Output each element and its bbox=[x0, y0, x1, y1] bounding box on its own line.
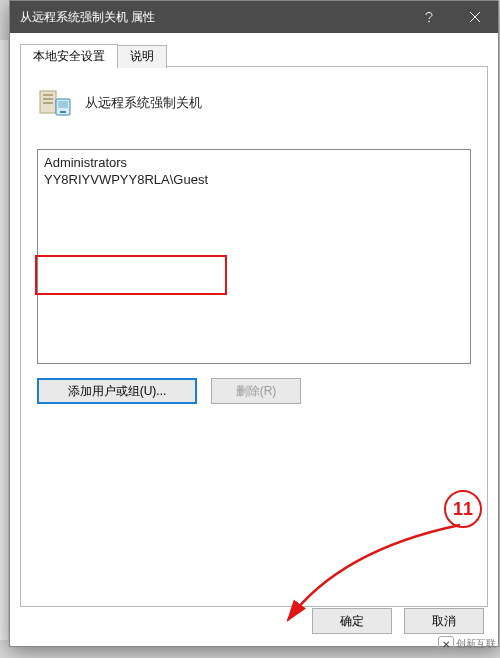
svg-rect-6 bbox=[58, 101, 68, 108]
svg-rect-3 bbox=[43, 98, 53, 100]
close-button[interactable] bbox=[452, 1, 498, 33]
list-item[interactable]: Administrators bbox=[44, 154, 464, 171]
dialog-buttons: 确定 取消 bbox=[312, 608, 484, 634]
titlebar: 从远程系统强制关机 属性 bbox=[10, 1, 498, 33]
policy-name: 从远程系统强制关机 bbox=[85, 94, 202, 112]
remove-button: 删除(R) bbox=[211, 378, 301, 404]
help-button[interactable] bbox=[406, 1, 452, 33]
tab-explain[interactable]: 说明 bbox=[117, 45, 167, 68]
svg-rect-4 bbox=[43, 102, 53, 104]
svg-point-0 bbox=[428, 21, 430, 23]
tab-local-security[interactable]: 本地安全设置 bbox=[20, 44, 118, 67]
window-title: 从远程系统强制关机 属性 bbox=[20, 9, 406, 26]
close-icon bbox=[469, 11, 481, 23]
watermark: ✕ 创新互联 bbox=[438, 636, 496, 652]
tab-panel: 从远程系统强制关机 Administrators YY8RIYVWPYY8RLA… bbox=[20, 67, 488, 607]
properties-dialog: 从远程系统强制关机 属性 本地安全设置 说明 bbox=[9, 0, 499, 647]
background-strip bbox=[0, 40, 8, 640]
watermark-logo-icon: ✕ bbox=[438, 636, 454, 652]
cancel-button[interactable]: 取消 bbox=[404, 608, 484, 634]
annotation-step-number: 11 bbox=[444, 490, 482, 528]
svg-rect-2 bbox=[43, 94, 53, 96]
members-listbox[interactable]: Administrators YY8RIYVWPYY8RLA\Guest bbox=[37, 149, 471, 364]
list-item[interactable]: YY8RIYVWPYY8RLA\Guest bbox=[44, 171, 464, 188]
help-icon bbox=[422, 10, 436, 24]
add-user-button[interactable]: 添加用户或组(U)... bbox=[37, 378, 197, 404]
watermark-text: 创新互联 bbox=[456, 637, 496, 651]
ok-button[interactable]: 确定 bbox=[312, 608, 392, 634]
list-buttons-row: 添加用户或组(U)... 删除(R) bbox=[37, 378, 471, 404]
tab-strip: 本地安全设置 说明 bbox=[20, 43, 488, 67]
policy-header: 从远程系统强制关机 bbox=[37, 85, 471, 121]
svg-rect-7 bbox=[60, 111, 66, 113]
policy-icon bbox=[37, 85, 73, 121]
